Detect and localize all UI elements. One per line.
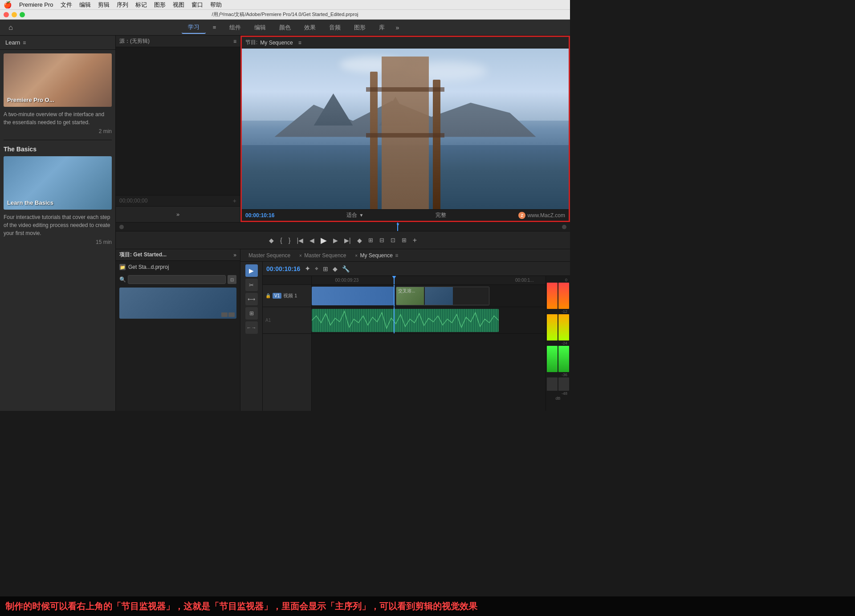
razor-tool[interactable]: ✂: [245, 279, 258, 291]
premiere-overview-card[interactable]: Premiere Pro O... A two-minute overview …: [4, 53, 112, 134]
timeline-wrench-icon[interactable]: 🔧: [342, 265, 350, 272]
menu-premiere-pro[interactable]: Premiere Pro: [19, 1, 53, 8]
step-forward-button[interactable]: ▶: [333, 237, 338, 244]
program-monitor-inner: 节目: My Sequence ≡: [242, 37, 569, 221]
transport-controls: ◆ { } |◀ ◀ ▶ ▶ ▶| ◆ ⊞ ⊟ ⊡ ⊞ +: [116, 231, 570, 249]
timeline-snap-icon[interactable]: ⌖: [315, 265, 318, 272]
source-add-button[interactable]: +: [233, 197, 236, 204]
tab-graphics[interactable]: 图形: [348, 22, 372, 33]
brace-in-button[interactable]: {: [280, 237, 282, 244]
source-timecode: 00;00;00;00: [119, 198, 147, 204]
program-menu-icon[interactable]: ≡: [298, 40, 301, 46]
learn-title: Learn: [5, 39, 20, 46]
search-filter-button[interactable]: ⊡: [228, 275, 236, 284]
timeline-marker-icon[interactable]: ◆: [333, 265, 338, 272]
tab-library[interactable]: 库: [373, 22, 391, 33]
minimize-button[interactable]: [12, 12, 17, 17]
mark-in-button[interactable]: ◆: [269, 237, 274, 244]
step-forward-many-button[interactable]: ▶|: [344, 237, 351, 244]
vu-bar-right-red: [558, 283, 569, 309]
window-controls[interactable]: [4, 12, 25, 17]
close-button[interactable]: [4, 12, 9, 17]
program-timecode: 00:00:10:16: [245, 212, 274, 219]
source-menu-icon[interactable]: ≡: [233, 38, 236, 45]
tab-audio[interactable]: 音频: [323, 22, 347, 33]
tab-my-seq-menu[interactable]: ≡: [395, 252, 398, 259]
lock-icon[interactable]: 🔒: [265, 293, 271, 298]
home-button[interactable]: ⌂: [4, 21, 17, 34]
premiere-desc: A two-minute overview of the interface a…: [4, 110, 112, 126]
vu-bar-left-green: [547, 346, 558, 372]
menu-sequence[interactable]: 序列: [117, 1, 128, 9]
type-tool[interactable]: ←→: [245, 321, 258, 334]
tab-learn[interactable]: 学习: [182, 21, 206, 34]
vu-meter: 0 -12: [546, 276, 570, 411]
tab-master-seq-1[interactable]: Master Sequence: [244, 251, 295, 260]
brace-out-button[interactable]: }: [289, 237, 291, 244]
timeline-selection-icon[interactable]: ✦: [305, 264, 310, 273]
export-frame-button[interactable]: ⊞: [402, 237, 407, 243]
menu-marker[interactable]: 标记: [135, 1, 147, 9]
extract-button[interactable]: ⊟: [379, 237, 384, 243]
v1-track-label: 🔒 V1 视频 1: [263, 285, 311, 307]
vu-bar-right-yellow: [558, 314, 569, 340]
select-tool[interactable]: ▶: [245, 264, 258, 277]
tab-edit[interactable]: 编辑: [248, 22, 272, 33]
camera-button[interactable]: ⊡: [391, 237, 395, 243]
tab-menu-icon[interactable]: ≡: [207, 22, 223, 32]
vu-0db: 0: [547, 278, 569, 282]
fullscreen-button[interactable]: [20, 12, 25, 17]
tab-master-label: Master Sequence: [304, 252, 346, 259]
audio-clip[interactable]: [312, 309, 499, 332]
program-header-prefix: 节目:: [245, 39, 257, 46]
watermark-text: www.MacZ.com: [527, 212, 565, 219]
learn-panel: Learn ≡ Premiere Pro O... A two-minute o…: [0, 36, 116, 411]
timeline-panel: Master Sequence × Master Sequence × My S…: [240, 249, 570, 411]
menu-window[interactable]: 窗口: [191, 1, 203, 9]
menu-clip[interactable]: 剪辑: [98, 1, 110, 9]
basics-thumbnail: Learn the Basics: [4, 156, 112, 210]
apple-menu[interactable]: 🍎: [4, 1, 12, 9]
menu-view[interactable]: 视图: [173, 1, 184, 9]
menu-help[interactable]: 帮助: [210, 1, 222, 9]
video-clip-2[interactable]: 交叉溶...: [396, 287, 489, 305]
tab-color[interactable]: 颜色: [273, 22, 297, 33]
project-thumb[interactable]: [119, 288, 236, 319]
menu-edit[interactable]: 编辑: [79, 1, 91, 9]
program-fit-selector[interactable]: 适合 ▼: [346, 211, 363, 219]
step-back-many-button[interactable]: |◀: [297, 237, 303, 244]
menu-file[interactable]: 文件: [61, 1, 72, 9]
track-labels: 🔒 V1 视频 1 A1: [263, 276, 312, 411]
play-button[interactable]: ▶: [321, 235, 327, 245]
project-expand-icon[interactable]: »: [233, 252, 236, 258]
step-back-button[interactable]: ◀: [309, 237, 314, 244]
learn-menu-icon[interactable]: ≡: [23, 40, 26, 46]
audio-track-label: A1: [263, 307, 311, 334]
more-tabs-button[interactable]: »: [392, 22, 403, 33]
ruler-time-start: 00:00:09:23: [335, 278, 359, 283]
tab-close-master[interactable]: ×: [299, 253, 302, 258]
program-monitor-header: 节目: My Sequence ≡: [242, 37, 569, 49]
v1-badge: V1: [273, 293, 281, 299]
pier-beam2: [366, 133, 444, 138]
tab-close-my-seq[interactable]: ×: [355, 253, 358, 258]
search-input[interactable]: [128, 275, 226, 284]
tab-my-sequence[interactable]: × My Sequence ≡: [350, 251, 403, 260]
src-step-back-btn[interactable]: »: [176, 211, 179, 218]
video-clip-1[interactable]: [312, 287, 394, 305]
trim-tool[interactable]: ⊞: [245, 307, 258, 320]
tab-effects[interactable]: 效果: [298, 22, 322, 33]
tab-components[interactable]: 组件: [223, 22, 247, 33]
timeline-link-icon[interactable]: ⊞: [323, 265, 328, 272]
slip-tool[interactable]: ⟷: [245, 293, 258, 305]
vu-24db: -24: [547, 341, 569, 345]
add-button[interactable]: +: [413, 236, 417, 244]
lift-button[interactable]: ⊞: [368, 237, 373, 243]
clip-2-label: 交叉溶...: [398, 288, 415, 294]
menu-graphics[interactable]: 图形: [154, 1, 166, 9]
project-file-item[interactable]: 📁 Get Sta...d.prproj: [119, 263, 236, 272]
timeline-tabs: Master Sequence × Master Sequence × My S…: [240, 249, 570, 262]
basics-card[interactable]: Learn the Basics Four interactive tutori…: [4, 156, 112, 245]
mark-out-button[interactable]: ◆: [357, 237, 362, 244]
tab-master-seq-2[interactable]: × Master Sequence: [295, 251, 350, 260]
